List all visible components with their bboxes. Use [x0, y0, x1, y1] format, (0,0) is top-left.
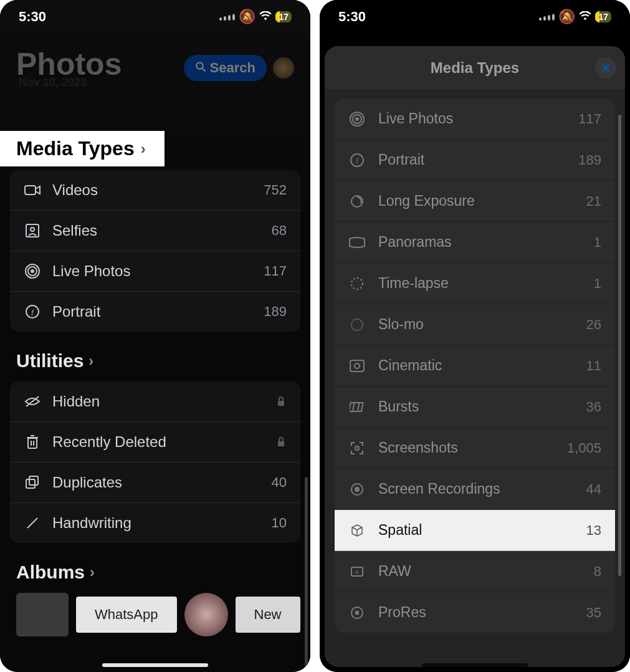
search-button[interactable]: Search: [184, 55, 267, 81]
album-new[interactable]: New: [236, 597, 300, 633]
screenrec-icon: [348, 482, 366, 496]
svg-point-28: [351, 319, 363, 330]
list-item-live-photos[interactable]: Live Photos117: [335, 98, 615, 140]
status-time: 5:30: [19, 9, 46, 25]
left-scroll-content[interactable]: Videos752Selfies68Live Photos117fPortrai…: [0, 128, 310, 672]
avatar[interactable]: [273, 57, 294, 79]
svg-text:f: f: [31, 308, 34, 315]
bursts-icon: [348, 401, 366, 413]
albums-strip[interactable]: WhatsApp New: [10, 588, 300, 636]
list-item-prores[interactable]: ProRes35: [335, 592, 615, 633]
list-item-raw[interactable]: RRAW8: [335, 551, 615, 592]
list-item-portrait[interactable]: fPortrait189: [335, 140, 615, 181]
svg-text:f: f: [356, 156, 359, 164]
svg-point-27: [351, 278, 363, 289]
list-item-label: Spatial: [378, 522, 574, 539]
svg-point-33: [355, 446, 359, 450]
album-thumbnail[interactable]: [184, 593, 228, 636]
list-item-handwriting[interactable]: Handwriting10: [10, 503, 300, 543]
bell-slash-icon: 🔕: [239, 9, 255, 25]
bell-slash-icon: 🔕: [558, 9, 575, 25]
list-item-hidden[interactable]: Hidden: [10, 382, 300, 422]
chevron-right-icon: ›: [141, 140, 146, 158]
chevron-right-icon: ›: [88, 352, 93, 370]
svg-point-5: [31, 269, 34, 273]
list-item-count: 1: [594, 234, 601, 251]
status-icons: 🔕 17: [539, 9, 611, 25]
list-item-count: 1,005: [567, 440, 601, 456]
album-whatsapp[interactable]: WhatsApp: [76, 597, 177, 633]
svg-rect-19: [26, 479, 35, 488]
list-item-videos[interactable]: Videos752: [10, 170, 300, 211]
photos-app-screen: 5:30 🔕 17 Photos Nov 10, 2023: [0, 0, 310, 672]
list-item-label: Handwriting: [52, 514, 260, 532]
hidden-icon: [24, 395, 41, 408]
albums-section-header[interactable]: Albums ›: [10, 557, 300, 588]
svg-line-1: [202, 68, 205, 71]
svg-point-35: [355, 487, 360, 492]
wifi-icon: [259, 9, 272, 25]
list-item-label: RAW: [378, 563, 581, 580]
status-bar: 5:30 🔕 17: [0, 0, 310, 34]
list-item-recently-deleted[interactable]: Recently Deleted: [10, 422, 300, 463]
list-item-selfies[interactable]: Selfies68: [10, 211, 300, 251]
list-item-bursts[interactable]: Bursts36: [335, 386, 615, 428]
svg-rect-17: [278, 441, 284, 446]
home-indicator[interactable]: [102, 663, 208, 667]
list-item-count: 68: [272, 223, 287, 239]
svg-point-0: [196, 62, 203, 69]
photos-header: Photos Nov 10, 2023 Search: [0, 37, 310, 89]
list-item-label: Hidden: [52, 393, 265, 410]
list-item-label: Portrait: [52, 303, 252, 320]
media-types-sheet-screen: 5:30 🔕 17 Media Types ✕ Live Photos117fP…: [320, 0, 630, 672]
phone-right-screenshot: 5:30 🔕 17 Media Types ✕ Live Photos117fP…: [320, 0, 630, 672]
media-types-section-header[interactable]: Media Types ›: [0, 131, 165, 166]
list-item-screenshots[interactable]: Screenshots1,005: [335, 428, 615, 469]
prores-icon: [348, 606, 366, 620]
close-button[interactable]: ✕: [595, 57, 616, 79]
list-item-screen-recordings[interactable]: Screen Recordings44: [335, 469, 615, 510]
list-item-live-photos[interactable]: Live Photos117: [10, 251, 300, 292]
list-item-count: 1: [594, 276, 601, 292]
utilities-section-header[interactable]: Utilities ›: [10, 345, 300, 377]
live-icon: [24, 264, 41, 279]
media-types-sheet: Media Types ✕ Live Photos117fPortrait189…: [325, 46, 625, 667]
scrollbar[interactable]: [305, 477, 308, 672]
cellular-signal-icon: [219, 14, 235, 21]
list-item-label: Live Photos: [52, 262, 252, 280]
lock-icon: [277, 433, 287, 451]
status-time: 5:30: [338, 9, 366, 25]
svg-rect-18: [29, 476, 38, 485]
scrollbar[interactable]: [618, 115, 621, 576]
raw-icon: R: [348, 565, 366, 578]
list-item-label: Screenshots: [378, 439, 555, 456]
timelapse-icon: [348, 277, 366, 290]
status-icons: 🔕 17: [219, 9, 292, 25]
list-item-panoramas[interactable]: Panoramas1: [335, 222, 615, 263]
list-item-duplicates[interactable]: Duplicates40: [10, 463, 300, 503]
album-thumbnail[interactable]: [16, 593, 69, 636]
video-icon: [24, 184, 41, 196]
search-label: Search: [210, 60, 255, 76]
sheet-body[interactable]: Live Photos117fPortrait189Long Exposure2…: [325, 90, 625, 667]
home-indicator[interactable]: [422, 663, 528, 667]
search-icon: [195, 60, 206, 76]
list-item-spatial[interactable]: Spatial13: [335, 510, 615, 551]
list-item-long-exposure[interactable]: Long Exposure21: [335, 181, 615, 222]
svg-rect-12: [28, 438, 37, 448]
battery-icon: 17: [595, 11, 611, 22]
media-types-list: Videos752Selfies68Live Photos117fPortrai…: [10, 170, 300, 332]
utilities-label: Utilities: [16, 350, 84, 372]
list-item-slo-mo[interactable]: Slo-mo26: [335, 304, 615, 345]
list-item-count: 26: [586, 317, 601, 333]
list-item-count: 189: [578, 152, 601, 168]
list-item-cinematic[interactable]: Cinematic11: [335, 345, 615, 386]
svg-rect-2: [25, 186, 36, 194]
list-item-portrait[interactable]: fPortrait189: [10, 292, 300, 332]
wifi-icon: [579, 9, 591, 25]
list-item-time-lapse[interactable]: Time-lapse1: [335, 263, 615, 304]
svg-rect-29: [350, 360, 364, 372]
chevron-right-icon: ›: [90, 564, 95, 581]
media-types-full-list: Live Photos117fPortrait189Long Exposure2…: [335, 98, 615, 633]
svg-point-30: [355, 363, 360, 368]
